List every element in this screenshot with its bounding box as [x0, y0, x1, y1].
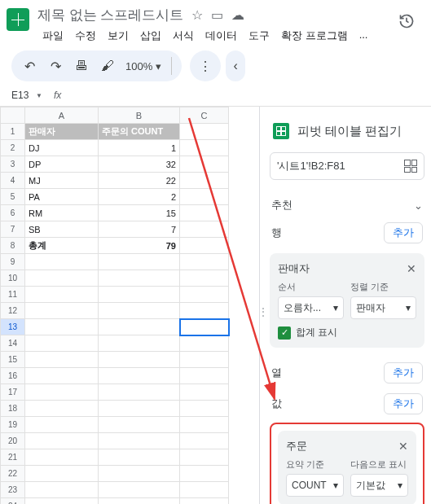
table-row[interactable]: 7SB7 [1, 221, 229, 238]
cell[interactable] [180, 238, 229, 254]
cell[interactable] [180, 417, 229, 433]
menu-format[interactable]: 서식 [168, 26, 199, 46]
cell[interactable] [99, 319, 180, 335]
cell[interactable]: DJ [25, 140, 99, 156]
cell[interactable] [25, 482, 99, 498]
table-row[interactable]: 13 [1, 319, 229, 335]
select-range-icon[interactable] [404, 160, 417, 173]
cell[interactable]: SB [25, 221, 99, 238]
menu-edit[interactable]: 수정 [70, 26, 101, 46]
display-select[interactable]: 기본값▾ [350, 474, 408, 497]
menu-extensions[interactable]: 확장 프로그램 [276, 26, 353, 46]
cell[interactable] [99, 401, 180, 417]
redo-button[interactable]: ↷ [47, 58, 64, 74]
table-row[interactable]: 12 [1, 303, 229, 319]
cell[interactable] [99, 433, 180, 449]
row-header[interactable]: 24 [1, 498, 25, 505]
table-row[interactable]: 3DP32 [1, 156, 229, 173]
cloud-status-icon[interactable]: ☁ [231, 7, 244, 23]
cell[interactable] [180, 368, 229, 384]
cell[interactable]: 15 [99, 205, 180, 221]
cell[interactable] [180, 270, 229, 287]
row-header[interactable]: 11 [1, 287, 25, 303]
row-header[interactable]: 9 [1, 254, 25, 270]
cell[interactable] [180, 140, 229, 156]
row-header[interactable]: 19 [1, 417, 25, 433]
row-header[interactable]: 8 [1, 238, 25, 254]
col-header-b[interactable]: B [99, 107, 180, 124]
select-all-corner[interactable] [1, 107, 25, 124]
table-row[interactable]: 22 [1, 466, 229, 482]
cell[interactable] [180, 335, 229, 352]
table-row[interactable]: 8총계79 [1, 238, 229, 254]
cell[interactable]: 판매자 [25, 124, 99, 140]
menu-file[interactable]: 파일 [37, 26, 68, 46]
cell[interactable] [99, 303, 180, 319]
row-header[interactable]: 7 [1, 221, 25, 238]
cell[interactable] [25, 303, 99, 319]
cell[interactable]: 2 [99, 189, 180, 205]
paint-format-button[interactable]: 🖌 [99, 58, 116, 74]
close-icon[interactable]: ✕ [398, 440, 408, 453]
row-header[interactable]: 13 [1, 319, 25, 335]
cell[interactable] [180, 384, 229, 401]
cell[interactable] [25, 433, 99, 449]
cell[interactable] [180, 124, 229, 140]
cell[interactable] [25, 270, 99, 287]
row-header[interactable]: 17 [1, 384, 25, 401]
cell[interactable] [99, 417, 180, 433]
table-row[interactable]: 18 [1, 401, 229, 417]
col-header-a[interactable]: A [25, 107, 99, 124]
pivot-range-input[interactable]: '시트1'!B2:F81 [270, 152, 424, 180]
table-row[interactable]: 16 [1, 368, 229, 384]
cell[interactable]: MJ [25, 173, 99, 189]
table-row[interactable]: 6RM15 [1, 205, 229, 221]
row-header[interactable]: 15 [1, 352, 25, 368]
table-row[interactable]: 4MJ22 [1, 173, 229, 189]
cell[interactable] [25, 319, 99, 335]
row-header[interactable]: 3 [1, 156, 25, 173]
table-row[interactable]: 17 [1, 384, 229, 401]
cell[interactable] [99, 352, 180, 368]
history-icon[interactable] [392, 7, 421, 36]
table-row[interactable]: 10 [1, 270, 229, 287]
cell[interactable] [25, 498, 99, 505]
row-header[interactable]: 18 [1, 401, 25, 417]
cell[interactable] [25, 466, 99, 482]
cell[interactable]: PA [25, 189, 99, 205]
cell[interactable] [25, 401, 99, 417]
row-header[interactable]: 6 [1, 205, 25, 221]
cell[interactable] [180, 254, 229, 270]
cell[interactable] [99, 270, 180, 287]
doc-title[interactable]: 제목 없는 스프레드시트 [37, 6, 183, 24]
menu-more[interactable]: ... [354, 26, 373, 46]
table-row[interactable]: 2DJ1 [1, 140, 229, 156]
table-row[interactable]: 11 [1, 287, 229, 303]
row-header[interactable]: 10 [1, 270, 25, 287]
order-select[interactable]: 오름차...▾ [278, 296, 344, 319]
row-header[interactable]: 16 [1, 368, 25, 384]
cell[interactable]: 1 [99, 140, 180, 156]
cell[interactable] [25, 384, 99, 401]
cell[interactable] [25, 335, 99, 352]
cell[interactable] [180, 303, 229, 319]
add-col-button[interactable]: 추가 [384, 362, 423, 383]
move-folder-icon[interactable]: ▭ [211, 7, 223, 23]
sheets-logo[interactable] [7, 8, 29, 31]
suggest-row[interactable]: 추천 ⌄ [270, 193, 424, 217]
row-header[interactable]: 14 [1, 335, 25, 352]
cell[interactable] [99, 466, 180, 482]
table-row[interactable]: 14 [1, 335, 229, 352]
cell[interactable] [25, 352, 99, 368]
add-val-button[interactable]: 추가 [384, 393, 423, 414]
menu-tools[interactable]: 도구 [244, 26, 275, 46]
cell[interactable] [180, 205, 229, 221]
cell[interactable] [25, 254, 99, 270]
row-header[interactable]: 2 [1, 140, 25, 156]
table-row[interactable]: 20 [1, 433, 229, 449]
row-header[interactable]: 20 [1, 433, 25, 449]
menu-insert[interactable]: 삽입 [135, 26, 166, 46]
toolbar-more-button[interactable]: ⋮ [190, 50, 221, 81]
table-row[interactable]: 19 [1, 417, 229, 433]
col-header-c[interactable]: C [180, 107, 229, 124]
